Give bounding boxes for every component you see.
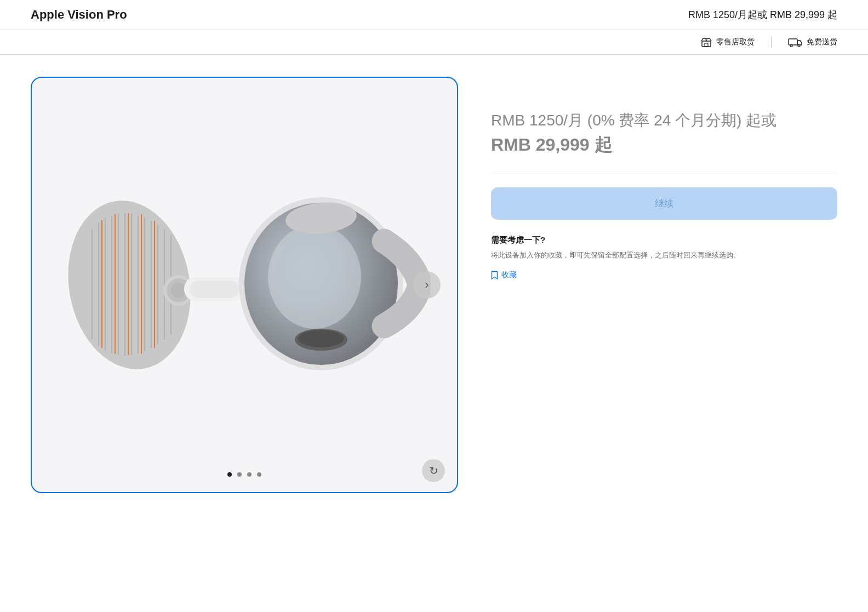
svg-point-27 (171, 283, 186, 298)
page-title: Apple Vision Pro (31, 8, 127, 22)
store-pickup-item[interactable]: 零售店取货 (701, 37, 755, 48)
main-content: › ↻ RMB 1250/月 (0% 费率 24 个月分期) 起或 RMB 29… (0, 55, 868, 515)
store-pickup-label: 零售店取货 (716, 37, 755, 47)
consider-desc: 将此设备加入你的收藏，即可先保留全部配置选择，之后随时回来再继续选购。 (491, 250, 837, 261)
svg-point-37 (298, 330, 344, 347)
svg-rect-0 (702, 41, 711, 47)
price-divider (491, 174, 837, 174)
free-shipping-item[interactable]: 免费送货 (788, 37, 837, 47)
svg-rect-29 (190, 281, 239, 298)
free-shipping-label: 免费送货 (807, 37, 837, 47)
truck-icon (788, 37, 802, 47)
save-label: 收藏 (501, 270, 517, 280)
bookmark-icon (491, 271, 498, 280)
chevron-right-icon: › (425, 278, 429, 292)
price-detail-text: RMB 1250/月 (0% 费率 24 个月分期) 起或 (491, 112, 776, 129)
svg-rect-1 (705, 43, 708, 47)
dot-3[interactable] (247, 472, 252, 477)
gallery-container: › ↻ (31, 77, 458, 493)
subheader: 零售店取货 免费送货 (0, 30, 868, 55)
price-detail: RMB 1250/月 (0% 费率 24 个月分期) 起或 RMB 29,999… (491, 110, 837, 157)
header-price: RMB 1250/月起或 RMB 29,999 起 (688, 8, 837, 21)
product-image (58, 131, 431, 438)
continue-button[interactable]: 继续 (491, 187, 837, 220)
svg-point-5 (798, 45, 800, 47)
svg-point-4 (790, 45, 792, 47)
gallery-next-button[interactable]: › (413, 271, 441, 299)
svg-rect-3 (789, 39, 797, 45)
gallery-box: › ↻ (31, 77, 458, 493)
dot-4[interactable] (257, 472, 261, 477)
dot-1[interactable] (227, 472, 232, 477)
page-header: Apple Vision Pro RMB 1250/月起或 RMB 29,999… (0, 0, 868, 30)
product-info: RMB 1250/月 (0% 费率 24 个月分期) 起或 RMB 29,999… (491, 77, 837, 280)
store-icon (701, 37, 712, 48)
svg-point-2 (706, 39, 707, 40)
consider-title: 需要考虑一下? (491, 235, 837, 245)
price-full-text: RMB 29,999 起 (491, 135, 612, 155)
gallery-rotate-button[interactable]: ↻ (422, 459, 445, 482)
dot-2[interactable] (237, 472, 242, 477)
svg-point-35 (276, 234, 342, 308)
save-link[interactable]: 收藏 (491, 270, 837, 280)
gallery-dots (227, 472, 261, 477)
rotate-icon: ↻ (429, 464, 438, 477)
subheader-divider (771, 37, 772, 48)
